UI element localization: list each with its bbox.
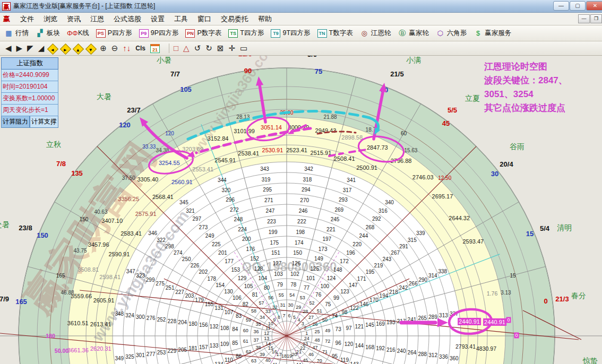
spiral-number: 315: [408, 237, 417, 242]
menu-item-5[interactable]: 设置: [146, 14, 169, 24]
title-bar: 赢 赢家江恩专业版[赢家服务平台] - [上证指数 江恩轮] — ▢ ✕: [0, 0, 602, 13]
menu-item-4[interactable]: 公式选股: [109, 14, 146, 24]
spiral-number: 219: [374, 263, 383, 268]
spiral-number: 19: [287, 353, 292, 359]
prev-arrow-icon[interactable]: ◀: [5, 42, 12, 54]
price-marker-chip-2: 0: [506, 317, 511, 323]
spiral-number: 35: [255, 322, 261, 327]
minimize-button[interactable]: —: [553, 1, 569, 11]
spiral-number: 175: [270, 239, 279, 245]
spiral-number: 100: [320, 283, 329, 289]
screen-tool-icon[interactable]: ▭: [240, 42, 247, 54]
spiral-number: 96: [336, 340, 341, 345]
toolbar-button-kline[interactable]: ΦΦK线: [67, 29, 89, 38]
spiral-number: 320: [222, 187, 231, 193]
menu-item-8[interactable]: 交易委托: [216, 14, 253, 24]
mdi-button-1[interactable]: ❐: [590, 14, 602, 23]
perimeter-label: 23/8: [19, 224, 32, 232]
toolbar-button-t-table[interactable]: TNT数字表: [317, 29, 353, 38]
next-arrow-icon[interactable]: ▶: [16, 42, 23, 54]
spiral-number: 95: [332, 353, 338, 359]
toolbar-button-sectors[interactable]: ▞板块: [36, 29, 60, 38]
spiral-number: 298: [165, 243, 174, 249]
diamond-up-icon[interactable]: ▴: [73, 43, 84, 54]
rotate-right-tri-icon[interactable]: ◢: [38, 42, 45, 54]
expand-tool-icon[interactable]: ⊠: [217, 42, 224, 54]
perimeter-label: 15: [526, 230, 534, 238]
rotate-ccw-icon[interactable]: ↺: [194, 42, 201, 54]
rotate-left-tri-icon[interactable]: ◤: [27, 42, 33, 54]
menu-item-2[interactable]: 资讯: [62, 14, 85, 24]
calc-resistance-button[interactable]: 计算阻力: [1, 116, 30, 128]
square-tool-icon[interactable]: □: [174, 42, 178, 54]
spiral-number: 17: [276, 352, 281, 357]
perimeter-label: 惊蛰: [583, 357, 598, 364]
close-button[interactable]: ✕: [586, 1, 602, 11]
calc-support-button[interactable]: 计算支撑: [30, 116, 58, 128]
toolbar-button-winner-service[interactable]: $赢家服务: [474, 29, 511, 38]
spiral-number: 299: [146, 276, 155, 282]
spiral-number: 36: [253, 329, 259, 334]
toolbar-button-9t-square[interactable]: T99T四方形: [271, 29, 310, 38]
toolbar-button-p-table[interactable]: PNP数字表: [185, 29, 221, 38]
menu-item-0[interactable]: 文件: [15, 14, 39, 24]
spiral-number: 173: [319, 246, 328, 252]
spiral-number: 85: [232, 340, 238, 345]
updown-marks-icon[interactable]: ↑↓: [123, 42, 131, 54]
stray-number: 50.00: [55, 348, 68, 354]
cls-button-icon[interactable]: Cls: [135, 42, 145, 54]
spiral-number: 179: [195, 297, 204, 302]
spiral-number: 336: [439, 353, 448, 359]
price-number: 2644.32: [449, 215, 470, 221]
price-number: 2605.91: [93, 297, 115, 304]
menu-item-1[interactable]: 浏览: [39, 14, 62, 24]
toolbar-button-t-square[interactable]: TST四方形: [228, 29, 264, 38]
percent-number: 18.75: [366, 127, 379, 133]
app-window: 赢 赢家江恩专业版[赢家服务平台] - [上证指数 江恩轮] — ▢ ✕ 赢 文…: [0, 0, 602, 364]
spiral-number: 295: [263, 187, 272, 193]
maximize-button[interactable]: ▢: [570, 1, 586, 11]
spiral-number: 227: [175, 289, 184, 294]
menu-item-7[interactable]: 窗口: [193, 14, 216, 24]
toolbar-button-quotes[interactable]: ▦行情: [4, 29, 29, 38]
center-tool-icon[interactable]: ✛: [228, 42, 235, 54]
t-square-icon: TS: [228, 29, 238, 38]
toolbar-button-gann-wheel[interactable]: ◎江恩轮: [360, 29, 391, 38]
zoom-out-icon[interactable]: ⊖: [111, 42, 118, 54]
menu-item-9[interactable]: 帮助: [253, 14, 277, 24]
toolbar-label: 9T四方形: [282, 29, 310, 38]
toolbar-button-9p-square[interactable]: P99P四方形: [139, 29, 179, 38]
spiral-number: 275: [156, 281, 165, 287]
spiral-number: 128: [254, 265, 263, 271]
perimeter-label: 立秋: [46, 140, 61, 150]
spiral-number: 70: [317, 358, 322, 363]
spiral-number: 74: [332, 313, 338, 319]
spiral-number: 321: [186, 207, 195, 213]
percent-number: 43.75: [74, 247, 87, 253]
toolbar-button-winner-wheel[interactable]: Ⓑ赢家轮: [398, 29, 429, 38]
spiral-number: 246: [299, 208, 308, 214]
spiral-number: 169: [376, 320, 385, 326]
spiral-number: 129: [238, 275, 247, 281]
spiral-number: 61: [243, 339, 248, 344]
diamond-down-icon[interactable]: ▾: [85, 43, 97, 54]
triangle-tool-icon[interactable]: △: [183, 42, 190, 54]
perimeter-label: 7/9: [0, 295, 9, 303]
spiral-number: 201: [218, 249, 227, 255]
diamond-left-icon[interactable]: ◂: [47, 43, 58, 54]
rotate-cw-icon[interactable]: ↻: [205, 42, 212, 54]
spiral-number: 18: [281, 353, 287, 359]
menu-item-6[interactable]: 工具: [169, 14, 193, 24]
spiral-number: 266: [409, 281, 418, 287]
spiral-number: 86: [236, 353, 242, 359]
calendar-icon[interactable]: 21: [150, 44, 160, 53]
toolbar-button-hexagon[interactable]: ⬡六角形: [436, 29, 467, 38]
price-number: 2508.41: [334, 155, 355, 162]
gann-wheel-chart[interactable]: 赢家财富网www.yingjia360.comwww.yingjia360.co…: [0, 56, 602, 364]
toolbar-button-p-square[interactable]: PSP四方形: [96, 29, 132, 38]
diamond-right-icon[interactable]: ▸: [60, 43, 71, 54]
spiral-number: 48: [314, 337, 320, 343]
menu-item-3[interactable]: 江恩: [85, 14, 109, 24]
zoom-in-icon[interactable]: ⊕: [100, 42, 107, 54]
mdi-button-0[interactable]: —: [578, 14, 590, 23]
